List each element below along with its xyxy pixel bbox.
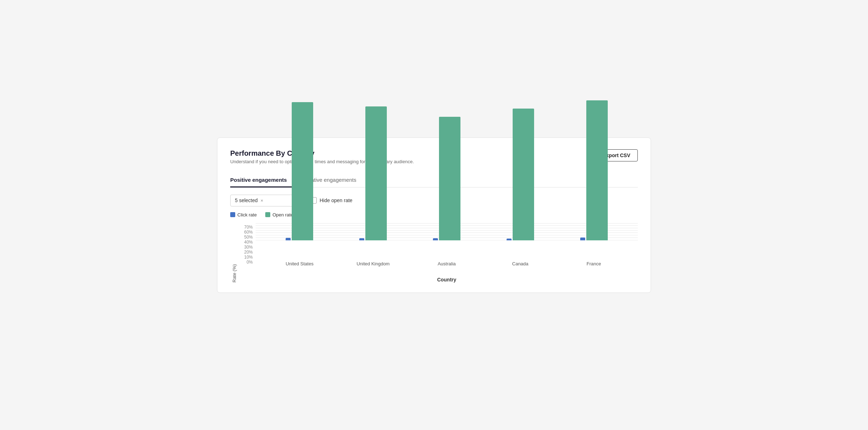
bar-group	[336, 106, 410, 240]
x-axis-label: France	[557, 261, 631, 266]
open-rate-bar	[586, 100, 608, 240]
legend-click-rate: Click rate	[230, 212, 257, 218]
x-axis-label: United States	[263, 261, 336, 266]
x-axis-label: Canada	[483, 261, 557, 266]
click-rate-bar	[580, 238, 585, 240]
click-rate-bar	[359, 238, 364, 240]
bar-group	[263, 102, 336, 240]
chart-area: 0%10%20%30%40%50%60%70% United StatesUni…	[237, 223, 638, 282]
click-rate-label: Click rate	[237, 212, 257, 218]
open-rate-bar	[513, 109, 534, 240]
x-axis-title: Country	[256, 277, 638, 282]
y-axis-label: 60%	[237, 230, 256, 235]
bars-container	[256, 223, 638, 240]
open-rate-bar	[365, 106, 387, 240]
y-axis-label: 20%	[237, 250, 256, 255]
bar-group	[410, 117, 484, 240]
y-axis: 0%10%20%30%40%50%60%70%	[237, 223, 256, 282]
x-axis: United StatesUnited KingdomAustraliaCana…	[256, 258, 638, 276]
open-rate-bar	[439, 117, 460, 240]
x-axis-label: United Kingdom	[336, 261, 410, 266]
bars-area	[256, 223, 638, 258]
click-rate-bar	[286, 238, 291, 240]
y-axis-label: 70%	[237, 225, 256, 230]
y-axis-label: 0%	[237, 260, 256, 265]
click-rate-bar	[507, 239, 512, 240]
y-axis-label: 40%	[237, 240, 256, 245]
y-axis-title: Rate (%)	[230, 222, 237, 282]
chart-with-ylabel: Rate (%) 0%10%20%30%40%50%60%70% United …	[230, 222, 638, 282]
selector-text: 5 selected	[235, 198, 258, 203]
performance-by-country-card: Performance By Country Understand if you…	[217, 138, 651, 293]
bar-group	[557, 100, 631, 240]
bar-group	[483, 109, 557, 240]
click-rate-bar	[433, 238, 438, 240]
y-axis-label: 30%	[237, 245, 256, 250]
x-axis-label: Australia	[410, 261, 484, 266]
chart-inner: United StatesUnited KingdomAustraliaCana…	[256, 223, 638, 282]
open-rate-bar	[292, 102, 313, 240]
y-axis-label: 50%	[237, 235, 256, 240]
y-axis-label: 10%	[237, 255, 256, 260]
click-rate-color-swatch	[230, 212, 235, 217]
